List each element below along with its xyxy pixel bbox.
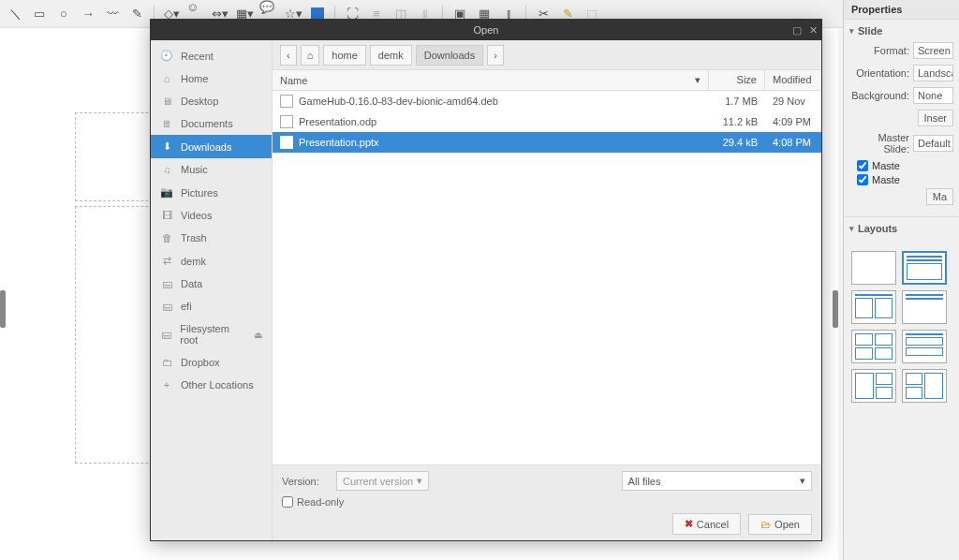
file-row[interactable]: Presentation.pptx29.4 kB4:08 PM [273, 132, 821, 153]
readonly-label: Read-only [297, 496, 344, 508]
sidebar-item-downloads[interactable]: ⬇Downloads [151, 135, 272, 158]
file-type-icon [280, 115, 293, 128]
dialog-title: Open [474, 24, 499, 36]
sidebar-item-recent[interactable]: 🕘Recent [151, 44, 272, 67]
background-label: Background: [849, 90, 909, 101]
insert-image-button[interactable]: Inser [918, 110, 953, 126]
sidebar-item-label: Home [181, 73, 208, 84]
column-header-size[interactable]: Size [709, 70, 765, 90]
dialog-titlebar[interactable]: Open ▢ ✕ [151, 20, 821, 40]
close-icon[interactable]: ✕ [809, 24, 818, 37]
layout-title-2content[interactable] [851, 290, 896, 324]
file-row[interactable]: Presentation.odp11.2 kB4:09 PM [273, 111, 821, 132]
master-objects-checkbox[interactable] [857, 174, 868, 185]
layout-title-content[interactable] [902, 251, 947, 285]
sidebar-item-label: Trash [181, 232, 207, 243]
path-segment-downloads[interactable]: Downloads [416, 45, 483, 66]
format-select[interactable]: Screen [913, 42, 953, 59]
layout-title-only[interactable] [902, 290, 947, 324]
readonly-checkbox[interactable] [282, 496, 293, 508]
file-filter-select[interactable]: All files▾ [622, 471, 812, 491]
music-icon: ♫ [160, 164, 173, 175]
sidebar-item-music[interactable]: ♫Music [151, 158, 272, 181]
filesystem-root-icon: 🖴 [160, 329, 172, 340]
layout-2content-over[interactable] [902, 330, 947, 363]
toolbar-freehand-icon[interactable]: ✎ [127, 5, 146, 23]
scroll-indicator-right[interactable] [833, 290, 838, 328]
chevron-down-icon: ▾ [417, 475, 422, 487]
other-locations-icon: + [160, 379, 173, 391]
downloads-icon: ⬇ [160, 140, 173, 153]
version-select[interactable]: Current version▾ [336, 471, 429, 491]
path-forward-button[interactable]: › [487, 45, 504, 66]
efi-icon: 🖴 [160, 301, 173, 312]
videos-icon: 🎞 [160, 210, 173, 221]
sidebar-item-label: Music [181, 164, 208, 175]
desktop-icon: 🖥 [160, 96, 173, 107]
sidebar-item-label: Other Locations [181, 379, 254, 391]
master-background-checkbox[interactable] [857, 160, 868, 171]
demk-icon: ⇄ [160, 255, 173, 267]
eject-icon[interactable]: ⏏ [254, 330, 262, 340]
file-modified: 29 Nov [765, 94, 821, 109]
toolbar-circle-icon[interactable]: ○ [54, 5, 73, 23]
pictures-icon: 📷 [160, 186, 173, 199]
layout-blank[interactable] [851, 251, 896, 285]
sidebar-item-documents[interactable]: 🗎Documents [151, 112, 272, 135]
file-list-header: Name▾ Size Modified [273, 70, 821, 91]
master-objects-label: Maste [872, 174, 900, 185]
cancel-button[interactable]: ✖ Cancel [672, 513, 741, 535]
chevron-down-icon: ▾ [800, 475, 805, 487]
sidebar-item-label: Videos [181, 210, 212, 221]
sidebar-item-desktop[interactable]: 🖥Desktop [151, 90, 272, 112]
scroll-indicator-left[interactable] [0, 290, 6, 328]
column-header-modified[interactable]: Modified [765, 70, 821, 90]
sort-indicator-icon: ▾ [695, 74, 701, 86]
sidebar-item-efi[interactable]: 🖴efi [151, 295, 272, 317]
toolbar-curve-icon[interactable]: 〰 [103, 5, 122, 23]
master-slide-button[interactable]: Ma [926, 188, 953, 205]
maximize-icon[interactable]: ▢ [792, 24, 802, 37]
orientation-select[interactable]: Landsca [913, 65, 953, 81]
sidebar-item-home[interactable]: ⌂Home [151, 67, 272, 90]
layout-vertical-split[interactable] [851, 369, 896, 403]
file-size: 1.7 MB [709, 94, 765, 109]
version-label: Version: [282, 476, 329, 487]
path-home-icon-button[interactable]: ⌂ [301, 45, 320, 66]
toolbar-arrow-icon[interactable]: → [79, 5, 97, 23]
sidebar-item-data[interactable]: 🖴Data [151, 273, 272, 295]
sidebar-item-videos[interactable]: 🎞Videos [151, 204, 272, 227]
sidebar-item-pictures[interactable]: 📷Pictures [151, 181, 272, 204]
trash-icon: 🗑 [160, 232, 173, 243]
sidebar-item-label: Data [181, 278, 202, 289]
path-segment-user[interactable]: demk [370, 45, 412, 66]
file-row[interactable]: GameHub-0.16.0-83-dev-bionic-amd64.deb1.… [273, 91, 821, 111]
toolbar-line-icon[interactable]: ＼ [6, 5, 24, 23]
sidebar-item-label: Recent [181, 51, 214, 62]
sidebar-item-demk[interactable]: ⇄demk [151, 249, 272, 273]
properties-panel: Properties Slide Format: Screen Orientat… [843, 0, 959, 560]
sidebar-item-dropbox[interactable]: 🗀Dropbox [151, 351, 272, 374]
background-select[interactable]: None [913, 87, 953, 104]
sidebar-item-trash[interactable]: 🗑Trash [151, 227, 272, 249]
open-button[interactable]: 🗁 Open [748, 514, 812, 535]
open-file-dialog: Open ▢ ✕ 🕘Recent⌂Home🖥Desktop🗎Documents⬇… [150, 19, 822, 541]
sidebar-item-other-locations[interactable]: +Other Locations [151, 374, 272, 396]
slide-section-title[interactable]: Slide [849, 25, 953, 37]
path-bar: ‹ ⌂ home demk Downloads › [273, 40, 821, 70]
cancel-x-icon: ✖ [685, 518, 693, 530]
sidebar-item-label: Dropbox [181, 357, 220, 368]
master-slide-select[interactable]: Default [913, 135, 953, 152]
layout-4content[interactable] [851, 330, 896, 363]
path-back-button[interactable]: ‹ [280, 45, 297, 66]
layouts-section-title[interactable]: Layouts [849, 223, 953, 234]
toolbar-rect-icon[interactable]: ▭ [30, 5, 49, 23]
master-background-label: Maste [872, 160, 900, 171]
layouts-grid [844, 245, 959, 408]
path-segment-home[interactable]: home [323, 45, 366, 66]
sidebar-item-label: demk [181, 256, 206, 267]
column-header-name[interactable]: Name▾ [273, 70, 709, 90]
sidebar-item-filesystem-root[interactable]: 🖴Filesystem root⏏ [151, 317, 272, 351]
file-modified: 4:09 PM [765, 114, 821, 129]
layout-vertical-split-2[interactable] [902, 369, 947, 403]
